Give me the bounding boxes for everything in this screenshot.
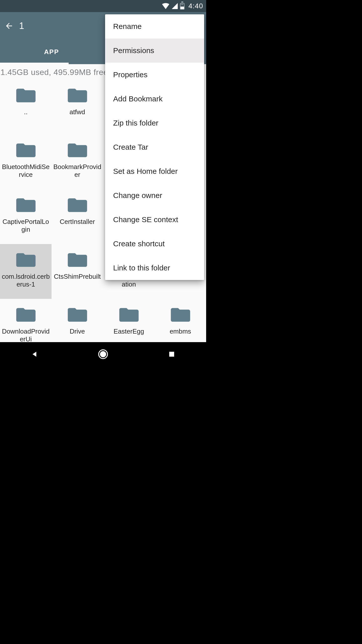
wifi-icon — [162, 3, 169, 9]
menu-item[interactable]: Permissions — [105, 38, 204, 63]
triangle-back-icon — [31, 350, 38, 358]
tab-label: APP — [44, 48, 59, 56]
folder-item[interactable]: CaptivePortalLogin — [0, 189, 52, 244]
nav-back-button[interactable] — [29, 348, 40, 360]
folder-item[interactable]: CertInstaller — [52, 189, 103, 244]
folder-icon — [170, 306, 191, 323]
folder-item[interactable]: DownloadProviderUi — [0, 299, 52, 342]
nav-home-button[interactable] — [97, 348, 109, 360]
folder-icon — [67, 87, 87, 103]
folder-label: com.lsdroid.cerberus-1 — [0, 273, 52, 288]
folder-icon — [67, 252, 87, 268]
menu-item[interactable]: Create shortcut — [105, 232, 204, 256]
menu-item[interactable]: Link to this folder — [105, 256, 204, 280]
folder-label: CertInstaller — [58, 218, 96, 226]
folder-item[interactable]: CtsShimPrebuilt — [52, 244, 103, 299]
tab-app[interactable]: APP — [0, 39, 103, 64]
folder-icon — [119, 306, 139, 323]
folder-item[interactable]: com.lsdroid.cerberus-1 — [0, 244, 52, 299]
folder-label: Drive — [68, 328, 86, 335]
cell-signal-icon — [171, 3, 178, 9]
battery-percent: 36 — [180, 3, 185, 6]
back-button[interactable] — [0, 21, 18, 31]
menu-item[interactable]: Rename — [105, 14, 204, 38]
folder-item[interactable]: BluetoothMidiService — [0, 134, 52, 189]
folder-label: .. — [22, 108, 29, 116]
status-icons: 36 4:40 — [162, 2, 203, 10]
folder-item[interactable]: Drive — [52, 299, 103, 342]
folder-icon — [16, 87, 36, 103]
folder-item[interactable]: BookmarkProvider — [52, 134, 103, 189]
folder-label: CaptivePortalLogin — [0, 218, 52, 233]
menu-item[interactable]: Properties — [105, 63, 204, 87]
screen: 36 4:40 1 — [0, 0, 206, 366]
folder-item[interactable]: embms — [155, 299, 206, 342]
folder-icon — [16, 252, 36, 268]
status-bar: 36 4:40 — [0, 0, 206, 12]
status-time: 4:40 — [189, 2, 203, 10]
android-nav-bar — [0, 342, 206, 366]
svg-rect-2 — [169, 352, 174, 357]
arrow-left-icon — [5, 21, 14, 30]
folder-icon — [67, 197, 87, 213]
square-recent-icon — [168, 351, 175, 357]
tab-indicator — [0, 63, 69, 64]
folder-label: DownloadProviderUi — [0, 328, 52, 342]
folder-item[interactable]: EasterEgg — [103, 299, 155, 342]
folder-icon — [16, 306, 36, 323]
menu-item[interactable]: Create Tar — [105, 135, 204, 159]
folder-item[interactable]: .. — [0, 79, 52, 134]
folder-label: CtsShimPrebuilt — [52, 273, 102, 280]
circle-home-icon — [98, 349, 108, 359]
folder-label: BluetoothMidiService — [0, 163, 52, 179]
folder-icon — [67, 306, 87, 323]
menu-item[interactable]: Add Bookmark — [105, 87, 204, 111]
battery-icon: 36 — [180, 3, 185, 10]
menu-item[interactable]: Zip this folder — [105, 111, 204, 135]
nav-recent-button[interactable] — [166, 348, 177, 360]
folder-label: EasterEgg — [112, 328, 146, 335]
folder-label: embms — [168, 328, 193, 335]
folder-icon — [67, 142, 87, 158]
context-menu: RenamePermissionsPropertiesAdd BookmarkZ… — [105, 14, 204, 280]
folder-label: BookmarkProvider — [52, 163, 103, 179]
menu-item[interactable]: Set as Home folder — [105, 159, 204, 183]
menu-item[interactable]: Change SE context — [105, 208, 204, 232]
folder-icon — [16, 197, 36, 213]
svg-point-1 — [100, 351, 106, 357]
folder-label: atfwd — [68, 108, 86, 116]
folder-item[interactable]: atfwd — [52, 79, 103, 134]
menu-item[interactable]: Change owner — [105, 183, 204, 208]
folder-icon — [16, 142, 36, 158]
